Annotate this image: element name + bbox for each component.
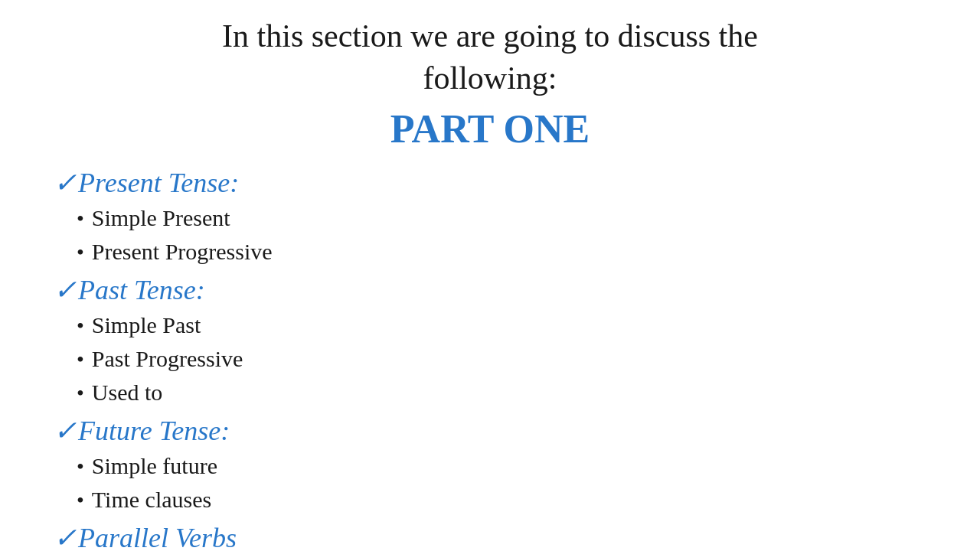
used-to-label: Used to (92, 377, 163, 409)
future-tense-header: ✓ Future Tense: (54, 415, 934, 447)
list-item: • Present Progressive (77, 236, 934, 268)
list-item: • Simple Past (77, 309, 934, 341)
intro-line2: following: (423, 60, 557, 96)
past-tense-title: Past Tense: (78, 274, 205, 306)
bullet-dot: • (77, 344, 84, 374)
parallel-verbs-title: Parallel Verbs (78, 522, 237, 551)
part-title: PART ONE (46, 106, 934, 152)
list-item: • Simple Present (77, 202, 934, 234)
past-progressive-label: Past Progressive (92, 343, 243, 375)
simple-future-label: Simple future (92, 450, 217, 482)
intro-text: In this section we are going to discuss … (46, 15, 934, 99)
bullet-dot: • (77, 204, 84, 233)
past-tense-checkmark: ✓ (54, 274, 77, 306)
bullet-dot: • (77, 378, 84, 408)
present-progressive-label: Present Progressive (92, 236, 273, 268)
page-container: In this section we are going to discuss … (0, 0, 980, 551)
content-list: ✓ Present Tense: • Simple Present • Pres… (46, 167, 934, 551)
present-tense-header: ✓ Present Tense: (54, 167, 934, 199)
parallel-verbs-checkmark: ✓ (54, 522, 77, 551)
parallel-verbs-header: ✓ Parallel Verbs (54, 522, 934, 551)
bullet-dot: • (77, 311, 84, 341)
list-item: • Time clauses (77, 484, 934, 516)
intro-line1: In this section we are going to discuss … (222, 18, 758, 54)
bullet-dot: • (77, 452, 84, 481)
bullet-dot: • (77, 237, 84, 267)
past-tense-header: ✓ Past Tense: (54, 274, 934, 306)
future-tense-checkmark: ✓ (54, 415, 77, 447)
present-tense-checkmark: ✓ (54, 167, 77, 199)
future-tense-title: Future Tense: (78, 415, 230, 447)
list-item: • Past Progressive (77, 343, 934, 375)
time-clauses-label: Time clauses (92, 484, 211, 516)
simple-present-label: Simple Present (92, 202, 230, 234)
list-item: • Used to (77, 377, 934, 409)
bullet-dot: • (77, 485, 84, 515)
present-tense-title: Present Tense: (78, 167, 239, 199)
simple-past-label: Simple Past (92, 309, 201, 341)
list-item: • Simple future (77, 450, 934, 482)
